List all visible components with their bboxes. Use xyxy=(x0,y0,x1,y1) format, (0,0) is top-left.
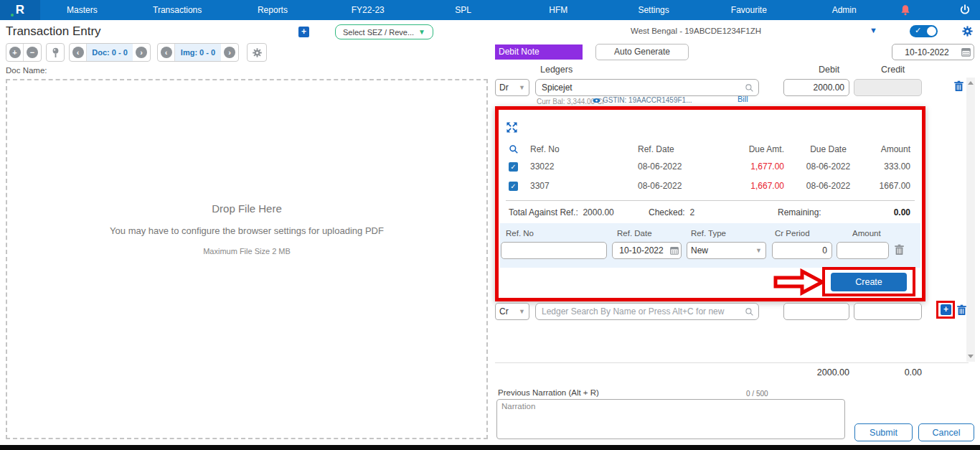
debit-amount-row1[interactable] xyxy=(783,79,849,96)
hdr-due-date: Due Date xyxy=(787,144,870,154)
newref-delete-icon[interactable] xyxy=(894,244,905,256)
add-ledger-row-icon[interactable]: + xyxy=(941,304,951,315)
voucher-type-field[interactable]: Debit Note xyxy=(495,44,583,60)
newref-date-input[interactable] xyxy=(613,245,670,256)
create-button[interactable]: Create xyxy=(831,273,907,291)
voucher-date-field[interactable] xyxy=(892,44,974,60)
nav-item-admin[interactable]: Admin xyxy=(796,0,892,20)
newref-amount-input[interactable] xyxy=(837,242,889,259)
cancel-button[interactable]: Cancel xyxy=(918,423,974,441)
search-icon xyxy=(745,83,758,93)
drcr-select-row1[interactable]: Dr▼ xyxy=(495,79,529,96)
bill-row-2: ✓ 3307 08-06-2022 1,667.00 08-06-2022 16… xyxy=(499,181,922,191)
newref-type-select[interactable]: New▼ xyxy=(687,242,766,259)
add-voucher-icon[interactable]: + xyxy=(298,27,309,37)
hdr-ref-no: Ref. No xyxy=(530,144,638,154)
dropzone-title: Drop File Here xyxy=(7,202,486,215)
newref-date-field[interactable] xyxy=(612,242,682,259)
bill-row-1-amount: 333.00 xyxy=(870,161,910,172)
bill-row-2-due-date: 08-06-2022 xyxy=(787,181,870,191)
dropzone-hint: You may have to configure the browser se… xyxy=(7,225,486,236)
delete-row2-icon[interactable] xyxy=(956,304,967,316)
newref-crperiod-input[interactable] xyxy=(772,242,832,259)
company-gstin-label: West Bengal - 19ABCDE1234F1ZH xyxy=(617,27,775,35)
doc-prev-icon[interactable]: ‹ xyxy=(70,44,87,61)
toggle-check-icon: ✓ xyxy=(915,26,921,35)
nav-item-fy22-23[interactable]: FY22-23 xyxy=(320,0,415,20)
drcr-select-row2[interactable]: Cr▼ xyxy=(495,303,529,320)
nav-item-transactions[interactable]: Transactions xyxy=(130,0,225,20)
ref-search-icon[interactable] xyxy=(509,144,530,154)
newref-hdr-ref-date: Ref. Date xyxy=(617,229,652,238)
file-dropzone[interactable]: Drop File Here You may have to configure… xyxy=(6,79,488,439)
scroll-up-icon[interactable] xyxy=(968,81,974,85)
img-counter[interactable]: Img: 0 - 0 xyxy=(175,44,221,61)
bottom-bar xyxy=(0,445,980,450)
doc-pager: ‹ Doc: 0 - 0 › xyxy=(69,43,151,62)
ledger-scrollbar[interactable] xyxy=(966,78,975,362)
sez-dropdown-value: Select SEZ / Reve... xyxy=(343,28,414,37)
newref-type-value: New xyxy=(691,245,708,256)
bill-row-2-amount: 1667.00 xyxy=(870,181,910,191)
transaction-entry-screen: R Masters Transactions Reports FY22-23 S… xyxy=(0,0,980,450)
credit-amount-row2[interactable] xyxy=(854,303,922,320)
notification-bell-icon[interactable] xyxy=(899,4,912,17)
ledgers-header: Ledgers xyxy=(540,65,573,75)
nav-item-spl[interactable]: SPL xyxy=(415,0,511,20)
previous-narration-label[interactable]: Previous Narration (Alt + R) xyxy=(498,388,599,397)
page-title: Transaction Entry xyxy=(6,24,101,39)
newref-calendar-icon[interactable] xyxy=(670,246,681,255)
pin-icon[interactable] xyxy=(47,44,64,61)
ledger-field-row1[interactable] xyxy=(535,79,759,96)
bill-row-2-ref-date: 08-06-2022 xyxy=(638,181,724,191)
narration-char-counter: 0 / 500 xyxy=(746,390,768,398)
toolbar-gear-icon[interactable] xyxy=(248,44,266,61)
nav-item-masters[interactable]: Masters xyxy=(34,0,130,20)
annotation-arrow-icon xyxy=(773,268,825,296)
doc-counter[interactable]: Doc: 0 - 0 xyxy=(87,44,133,61)
calendar-icon[interactable] xyxy=(961,47,974,57)
voucher-date-input[interactable] xyxy=(892,47,961,57)
nav-item-hfm[interactable]: HFM xyxy=(511,0,606,20)
expand-icon[interactable] xyxy=(506,121,518,133)
bill-row-1-checkbox[interactable]: ✓ xyxy=(509,162,518,172)
total-against-ref: Total Against Ref.: 2000.00 xyxy=(509,207,614,217)
nav-item-reports[interactable]: Reports xyxy=(225,0,321,20)
img-prev-icon[interactable]: ‹ xyxy=(158,44,175,61)
newref-refno-input[interactable] xyxy=(501,242,607,259)
company-chevron-down-icon[interactable]: ▼ xyxy=(870,26,877,34)
nav-item-settings[interactable]: Settings xyxy=(606,0,702,20)
img-next-icon[interactable]: › xyxy=(221,44,238,61)
bill-row-2-ref-no: 3307 xyxy=(530,181,638,191)
sez-dropdown[interactable]: Select SEZ / Reve... ▼ xyxy=(335,24,433,39)
gstin-text: GSTIN: 19AACCR1459F1... xyxy=(603,96,692,104)
bill-row-2-checkbox[interactable]: ✓ xyxy=(509,182,518,191)
submit-button[interactable]: Submit xyxy=(854,423,913,441)
doc-next-icon[interactable]: › xyxy=(133,44,150,61)
remaining-value: 0.00 xyxy=(894,207,910,217)
ledger-input-row2[interactable] xyxy=(536,306,745,317)
zoom-out-button[interactable]: − xyxy=(24,44,41,61)
bill-row-1-ref-date: 08-06-2022 xyxy=(638,161,724,172)
zoom-in-button[interactable]: + xyxy=(6,44,24,61)
chevron-down-icon: ▼ xyxy=(418,28,425,36)
debit-amount-row2[interactable] xyxy=(783,303,849,320)
header-gear-icon[interactable] xyxy=(961,25,974,37)
nav-item-favourite[interactable]: Favourite xyxy=(701,0,796,20)
pin-group xyxy=(46,43,65,62)
toggle-knob xyxy=(927,27,936,36)
delete-row1-icon[interactable] xyxy=(953,80,964,92)
narration-textarea[interactable] xyxy=(496,399,845,439)
hdr-amount: Amount xyxy=(870,144,910,154)
checked-count: Checked: 2 xyxy=(649,207,694,217)
ledger-field-row2[interactable] xyxy=(535,303,759,320)
ledger-input-row1[interactable] xyxy=(536,83,745,93)
auto-generate-button[interactable]: Auto Generate xyxy=(595,44,689,60)
scroll-down-icon[interactable] xyxy=(968,355,974,358)
power-icon[interactable] xyxy=(958,4,971,17)
drcr-value-row2: Cr xyxy=(499,306,509,317)
header-toggle[interactable]: ✓ xyxy=(910,25,938,37)
credit-header: Credit xyxy=(881,65,905,75)
gstin-label[interactable]: GSTIN: 19AACCR1459F1... xyxy=(593,96,692,104)
bill-row-1-ref-no: 33022 xyxy=(530,161,638,172)
